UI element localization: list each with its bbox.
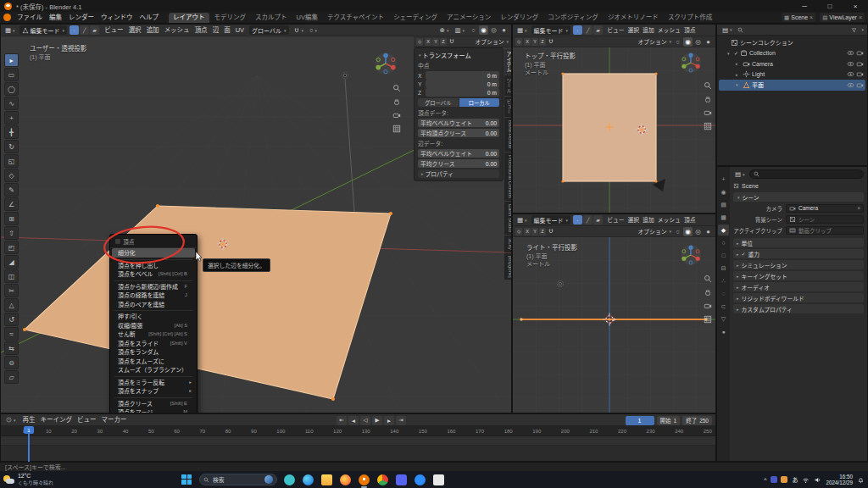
axis-value-field[interactable]: 0 m bbox=[426, 71, 499, 80]
edge-select-mode[interactable]: ╱ bbox=[583, 25, 593, 35]
wireframe-shading[interactable]: ○ bbox=[469, 25, 478, 35]
magnet-icon[interactable] bbox=[548, 228, 554, 235]
object-data-tab[interactable]: ▽ bbox=[718, 313, 729, 324]
workspace-tab[interactable]: ジオメトリノード bbox=[604, 13, 663, 23]
mesh-menu[interactable]: メッシュ bbox=[656, 25, 682, 36]
cursor-tool[interactable]: + bbox=[4, 111, 19, 125]
space-button[interactable]: グローバル bbox=[418, 98, 459, 107]
ime-indicator[interactable]: あ bbox=[792, 475, 798, 484]
n-panel-tab[interactable]: Procedural Crowds bbox=[504, 152, 511, 201]
render-visibility-icon[interactable] bbox=[856, 70, 864, 78]
edge-select-mode[interactable]: ╱ bbox=[583, 215, 593, 225]
frame-start-field[interactable]: 開始1 bbox=[657, 416, 681, 425]
slide-vertices[interactable]: 頂点をスライド [Shift] V bbox=[112, 339, 195, 348]
viewport-right-canvas[interactable]: ライト・平行投影 (1) 平面 メートル bbox=[513, 237, 715, 413]
viewport-top-canvas[interactable]: トップ・平行投影 (1) 平面 メートル bbox=[513, 47, 715, 213]
hide-eye-icon[interactable] bbox=[847, 60, 854, 68]
unlink-viewlayer-icon[interactable]: × bbox=[859, 14, 862, 20]
view-menu[interactable]: ビュー bbox=[75, 414, 99, 425]
rendered-shading[interactable]: ● bbox=[499, 25, 509, 35]
frame-end-field[interactable]: 終了250 bbox=[682, 416, 712, 425]
render-menu[interactable]: レンダー bbox=[65, 12, 97, 23]
extrude-tool[interactable]: ⇧ bbox=[4, 226, 19, 240]
snap-toggle[interactable]: ▾ bbox=[292, 27, 306, 34]
select-menu[interactable]: 選択 bbox=[126, 25, 144, 36]
camera-view-icon[interactable] bbox=[704, 108, 712, 117]
keying-menu[interactable]: キーイング bbox=[38, 414, 75, 425]
network-icon[interactable] bbox=[802, 476, 810, 484]
hidden-icons-chevron[interactable]: ^ bbox=[764, 477, 766, 483]
value-field[interactable]: 平均頂点クリース0.00 bbox=[418, 129, 499, 137]
transform-panel-header[interactable]: ▾トランスフォーム bbox=[418, 51, 499, 59]
n-panel-tab[interactable]: ツール bbox=[504, 75, 511, 96]
bevel-vertices[interactable]: 頂点をベベル [Shift] [Ctrl] B bbox=[112, 269, 195, 279]
mesh-menu[interactable]: メッシュ bbox=[656, 214, 682, 225]
scene-tab[interactable]: ◆ bbox=[718, 225, 729, 236]
workspace-tab[interactable]: テクスチャペイント bbox=[323, 13, 388, 23]
face-menu[interactable]: 面 bbox=[221, 25, 233, 36]
camera-view-icon[interactable] bbox=[704, 302, 712, 310]
zoom-icon[interactable] bbox=[704, 81, 712, 90]
zoom-app[interactable] bbox=[415, 474, 426, 485]
navigation-gizmo[interactable] bbox=[680, 244, 702, 266]
rendered-shading[interactable]: ● bbox=[704, 227, 713, 236]
navigation-gizmo[interactable] bbox=[680, 52, 702, 74]
workspace-tab[interactable]: レイアウト bbox=[169, 13, 209, 23]
add-cube-tool[interactable]: ⊞ bbox=[4, 212, 19, 225]
jump-to-next-keyframe-button[interactable]: ► bbox=[384, 416, 394, 425]
playback-menu[interactable]: 再生 bbox=[20, 414, 38, 425]
toggle-ortho-icon[interactable] bbox=[704, 122, 712, 130]
show-gizmo-toggle[interactable]: ⊕▾ bbox=[438, 26, 451, 34]
select-box-tool[interactable]: ▭ bbox=[4, 68, 19, 81]
editor-type-button[interactable]: ▾ bbox=[4, 417, 18, 423]
rigid-body-world-panel[interactable]: ▸ リジッドボディワールド bbox=[733, 293, 864, 302]
scene-selector[interactable]: ▦Scene× bbox=[782, 13, 815, 22]
chrome-app[interactable] bbox=[377, 474, 388, 485]
inset-faces-tool[interactable]: ◰ bbox=[4, 241, 19, 254]
simulation-panel[interactable]: ▸ シミュレーション bbox=[733, 260, 864, 269]
viewlayer-selector[interactable]: ▤ViewLayer× bbox=[820, 13, 865, 22]
move-tool[interactable]: ╋ bbox=[4, 125, 19, 139]
render-visibility-icon[interactable] bbox=[856, 81, 864, 89]
camera-view-icon[interactable] bbox=[392, 111, 401, 119]
editor-type-button[interactable]: ▦▾ bbox=[515, 216, 529, 224]
spin-tool[interactable]: ↺ bbox=[4, 313, 19, 326]
solid-shading[interactable]: ◉ bbox=[479, 25, 488, 35]
start-button[interactable] bbox=[181, 474, 192, 485]
vertex-menu[interactable]: 頂点 bbox=[682, 25, 698, 36]
file-menu[interactable]: ファイル bbox=[14, 12, 46, 23]
keying-sets-panel[interactable]: ▸ キーイングセット bbox=[733, 271, 864, 280]
pan-hand-icon[interactable] bbox=[392, 97, 401, 106]
edge-app[interactable] bbox=[303, 474, 314, 485]
options-dropdown[interactable]: オプション bbox=[476, 37, 504, 46]
n-panel-tab[interactable]: Bone-Rooter bbox=[504, 118, 511, 152]
playhead-frame-badge[interactable]: 1 bbox=[24, 426, 34, 434]
copilot-app[interactable] bbox=[284, 474, 295, 485]
constraints-tab[interactable]: ⊂ bbox=[718, 301, 729, 312]
vertex-select-mode[interactable]: ∙ bbox=[70, 25, 79, 35]
notifications-icon[interactable] bbox=[857, 476, 865, 484]
camera-row[interactable]: ▸ Camera bbox=[719, 58, 865, 69]
vertex-menu[interactable]: 頂点 bbox=[682, 214, 698, 225]
expand-icon[interactable]: ▸ bbox=[736, 72, 741, 77]
transform-orientation-select[interactable]: グローバル▾ bbox=[249, 25, 288, 35]
search-icon[interactable] bbox=[737, 27, 743, 33]
shear-tool[interactable]: ▱ bbox=[4, 370, 19, 384]
symmetry-toggle[interactable]: X bbox=[524, 228, 531, 236]
filter-icon[interactable] bbox=[851, 27, 857, 33]
add-menu[interactable]: 追加 bbox=[641, 25, 656, 36]
editor-type-button[interactable]: ▦▾ bbox=[515, 26, 529, 34]
value-field[interactable]: 平均クリース0.00 bbox=[418, 159, 499, 168]
particles-tab[interactable]: ∴ bbox=[718, 275, 729, 286]
timeline-ruler[interactable]: 0102030405060708090100110120130140150160… bbox=[1, 426, 715, 436]
maximize-button[interactable]: □ bbox=[817, 0, 843, 12]
proportional-edit-toggle[interactable]: ○▾ bbox=[308, 26, 319, 34]
notes-app[interactable] bbox=[433, 474, 444, 485]
new-edge-face-from-vertices[interactable]: 頂点から新規辺/面作成 F bbox=[112, 282, 195, 291]
loop-cut-tool[interactable]: ◫ bbox=[4, 269, 19, 283]
marker-menu[interactable]: マーカー bbox=[99, 414, 130, 425]
teams-tray-icon[interactable] bbox=[771, 476, 777, 483]
zoom-icon[interactable] bbox=[704, 274, 712, 283]
subdivide[interactable]: 細分化 bbox=[112, 248, 195, 258]
n-panel-tab[interactable]: ビュー bbox=[504, 97, 511, 117]
